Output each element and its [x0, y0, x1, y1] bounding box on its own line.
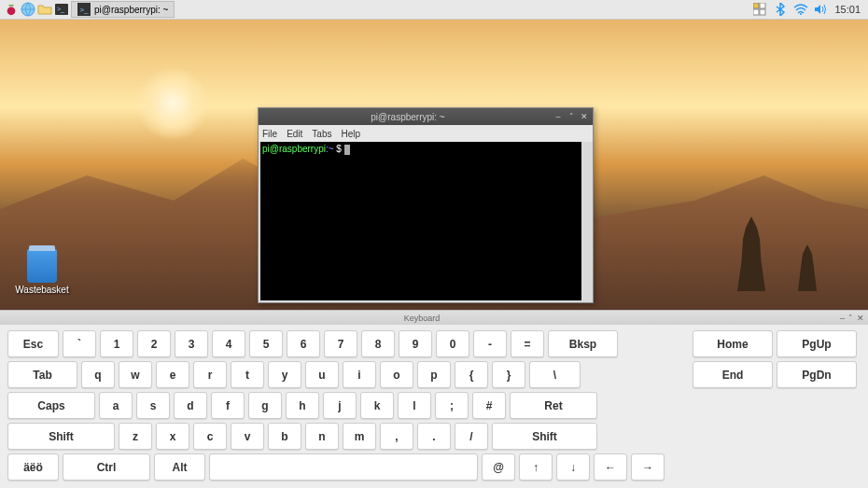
key-brace-left[interactable]: {	[455, 361, 488, 388]
key-up[interactable]: ↑	[519, 453, 553, 481]
key-d[interactable]: d	[174, 392, 207, 419]
key-end[interactable]: End	[693, 361, 773, 388]
bluetooth-icon[interactable]	[773, 2, 788, 17]
keyboard-title: Keyboard	[4, 314, 840, 323]
key-esc[interactable]: Esc	[7, 330, 59, 357]
key-backtick[interactable]: `	[63, 330, 96, 357]
menu-help[interactable]: Help	[341, 129, 360, 139]
kb-maximize-button[interactable]: ˄	[848, 314, 853, 323]
key-k[interactable]: k	[360, 392, 394, 419]
key-l[interactable]: l	[398, 392, 431, 419]
key-backslash[interactable]: \	[529, 361, 581, 388]
key-return[interactable]: Ret	[510, 392, 597, 419]
terminal-scrollbar[interactable]	[581, 142, 591, 300]
key-i[interactable]: i	[343, 361, 376, 388]
minimize-button[interactable]: –	[553, 112, 563, 121]
key-caps[interactable]: Caps	[7, 392, 95, 419]
key-c[interactable]: c	[193, 423, 227, 450]
maximize-button[interactable]: ˄	[567, 112, 576, 121]
terminal-launcher-icon[interactable]: >_	[54, 2, 69, 17]
key-minus[interactable]: -	[473, 330, 507, 357]
key-g[interactable]: g	[248, 392, 282, 419]
taskbar-task-terminal[interactable]: >_ pi@raspberrypi: ~	[71, 1, 175, 18]
web-browser-icon[interactable]	[21, 2, 35, 17]
key-down[interactable]: ↓	[556, 453, 590, 481]
key-comma[interactable]: ,	[380, 423, 413, 450]
keyboard-titlebar[interactable]: Keyboard – ˄ ✕	[0, 311, 868, 325]
key-shift-right[interactable]: Shift	[492, 423, 597, 450]
key-8[interactable]: 8	[361, 330, 395, 357]
key-m[interactable]: m	[343, 423, 376, 450]
key-f[interactable]: f	[211, 392, 245, 419]
prompt-user: pi@raspberrypi	[262, 144, 326, 154]
key-at[interactable]: @	[482, 453, 515, 481]
key-p[interactable]: p	[417, 361, 451, 388]
key-5[interactable]: 5	[249, 330, 283, 357]
key-6[interactable]: 6	[287, 330, 320, 357]
key-4[interactable]: 4	[212, 330, 245, 357]
key-space[interactable]	[209, 453, 478, 481]
key-j[interactable]: j	[323, 392, 357, 419]
key-period[interactable]: .	[417, 423, 451, 450]
clock[interactable]: 15:01	[834, 4, 864, 15]
key-1[interactable]: 1	[100, 330, 133, 357]
key-q[interactable]: q	[81, 361, 115, 388]
key-brace-right[interactable]: }	[492, 361, 525, 388]
wifi-icon[interactable]	[793, 2, 808, 17]
key-tab[interactable]: Tab	[7, 361, 77, 388]
key-t[interactable]: t	[231, 361, 264, 388]
key-equals[interactable]: =	[511, 330, 544, 357]
applet-icon[interactable]	[752, 2, 767, 17]
key-left[interactable]: ←	[594, 453, 627, 481]
key-s[interactable]: s	[136, 392, 170, 419]
key-alt[interactable]: Alt	[154, 453, 205, 481]
key-n[interactable]: n	[305, 423, 339, 450]
key-home[interactable]: Home	[693, 330, 773, 357]
key-pgup[interactable]: PgUp	[777, 330, 857, 357]
close-button[interactable]: ✕	[580, 112, 589, 121]
key-r[interactable]: r	[193, 361, 227, 388]
key-7[interactable]: 7	[324, 330, 357, 357]
volume-icon[interactable]	[814, 2, 829, 17]
key-b[interactable]: b	[268, 423, 301, 450]
menu-file[interactable]: File	[262, 129, 277, 139]
key-z[interactable]: z	[119, 423, 152, 450]
key-hash[interactable]: #	[472, 392, 506, 419]
prompt-dollar: $	[334, 144, 344, 154]
key-v[interactable]: v	[231, 423, 264, 450]
key-accents[interactable]: äëö	[7, 453, 59, 481]
kb-minimize-button[interactable]: –	[840, 314, 845, 323]
key-slash[interactable]: /	[455, 423, 488, 450]
terminal-titlebar[interactable]: pi@raspberrypi: ~ – ˄ ✕	[259, 108, 593, 125]
terminal-body[interactable]: pi@raspberrypi:~ $	[260, 142, 591, 300]
key-right[interactable]: →	[631, 453, 665, 481]
terminal-title: pi@raspberrypi: ~	[262, 112, 553, 122]
menu-tabs[interactable]: Tabs	[312, 129, 331, 139]
key-semicolon[interactable]: ;	[435, 392, 469, 419]
key-a[interactable]: a	[99, 392, 133, 419]
svg-rect-4	[753, 3, 759, 8]
menu-edit[interactable]: Edit	[287, 129, 302, 139]
key-0[interactable]: 0	[436, 330, 469, 357]
key-y[interactable]: y	[268, 361, 301, 388]
key-u[interactable]: u	[305, 361, 339, 388]
key-e[interactable]: e	[156, 361, 189, 388]
trash-icon	[27, 249, 57, 283]
key-ctrl[interactable]: Ctrl	[63, 453, 150, 481]
key-o[interactable]: o	[380, 361, 413, 388]
task-label: pi@raspberrypi: ~	[94, 5, 168, 15]
key-shift-left[interactable]: Shift	[7, 423, 115, 450]
key-2[interactable]: 2	[137, 330, 171, 357]
terminal-window: pi@raspberrypi: ~ – ˄ ✕ File Edit Tabs H…	[258, 107, 594, 303]
key-pgdn[interactable]: PgDn	[777, 361, 857, 388]
wastebasket-icon[interactable]: Wastebasket	[14, 249, 70, 295]
key-backspace[interactable]: Bksp	[548, 330, 618, 357]
app-menu-icon[interactable]	[4, 2, 19, 17]
key-h[interactable]: h	[286, 392, 319, 419]
file-manager-icon[interactable]	[37, 2, 52, 17]
key-3[interactable]: 3	[175, 330, 208, 357]
key-x[interactable]: x	[156, 423, 189, 450]
key-w[interactable]: w	[119, 361, 152, 388]
kb-close-button[interactable]: ✕	[857, 314, 864, 323]
key-9[interactable]: 9	[399, 330, 432, 357]
